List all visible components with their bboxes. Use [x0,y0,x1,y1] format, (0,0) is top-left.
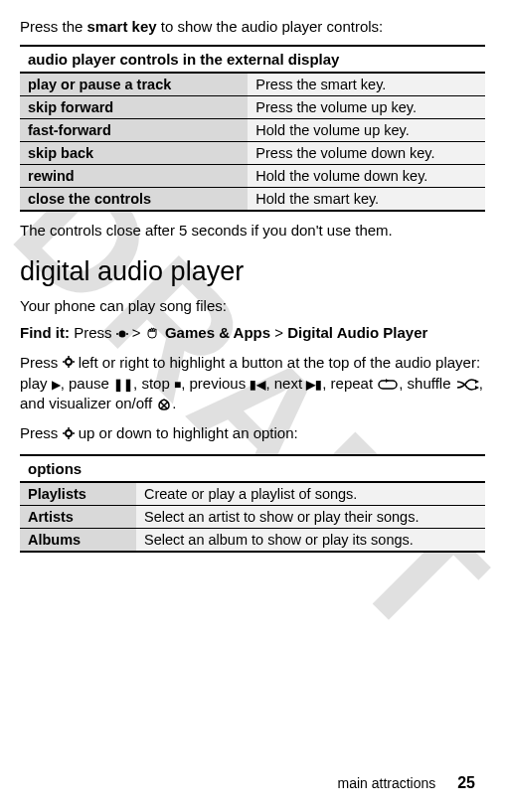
svg-marker-9 [386,379,389,383]
nav-key-icon [63,353,75,373]
options-header: options [20,455,485,482]
control-desc: Hold the volume down key. [248,165,485,188]
nav-key-icon-2 [63,424,75,444]
option-desc: Select an artist to show or play their s… [136,506,485,529]
svg-point-4 [63,361,65,363]
intro-prefix: Press the [20,18,87,35]
page-number: 25 [457,774,475,791]
option-label: Albums [20,529,136,553]
control-desc: Press the volume up key. [248,96,485,119]
control-label: play or pause a track [20,73,248,96]
pause-icon: ❚❚ [113,378,133,392]
control-desc: Hold the smart key. [248,188,485,212]
table-row: Albums Select an album to show or play i… [20,529,485,553]
svg-rect-8 [379,381,397,389]
t1: Press [20,354,63,371]
table-row: skip back Press the volume down key. [20,142,485,165]
nav-paragraph: Press left or right to highlight a butto… [20,353,485,414]
option-desc: Create or play a playlist of songs. [136,482,485,506]
table-header-row: audio player controls in the external di… [20,46,485,73]
option-label: Artists [20,506,136,529]
option-label: Playlists [20,482,136,506]
control-desc: Press the volume down key. [248,142,485,165]
find-it-line: Find it: Press > Games & Apps > Digital … [20,324,485,343]
center-key-icon [116,326,128,343]
control-label: close the controls [20,188,248,212]
page-footer: main attractions 25 [337,774,475,792]
footer-section: main attractions [337,775,435,791]
t7: , repeat [322,375,377,392]
svg-point-13 [63,432,65,434]
section-heading: digital audio player [20,256,485,287]
t8: , shuffle [399,375,454,392]
play-icon: ▶ [52,378,61,392]
table-row: skip forward Press the volume up key. [20,96,485,119]
previous-icon: ▮◀ [250,378,265,392]
t1b: Press [20,424,63,441]
shuffle-icon [455,375,479,392]
control-label: skip forward [20,96,248,119]
option-desc: Select an album to show or play its song… [136,529,485,553]
t3: , pause [61,375,113,392]
svg-point-12 [66,430,72,436]
sep1: > [128,324,145,341]
table-row: close the controls Hold the smart key. [20,188,485,212]
table-row: Playlists Create or play a playlist of s… [20,482,485,506]
control-desc: Press the smart key. [248,73,485,96]
intro-bold: smart key [87,18,157,35]
t6: , next [265,375,306,392]
find-it-press: Press [74,324,116,341]
table-row: rewind Hold the volume down key. [20,165,485,188]
control-label: rewind [20,165,248,188]
page-content: Press the smart key to show the audio pl… [20,18,485,553]
hand-icon [145,326,161,343]
t2b: up or down to highlight an option: [75,424,298,441]
control-label: skip back [20,142,248,165]
table-row: fast-forward Hold the volume up key. [20,119,485,142]
svg-point-1 [116,333,118,335]
control-label: fast-forward [20,119,248,142]
controls-table: audio player controls in the external di… [20,45,485,212]
repeat-icon [377,375,399,392]
controls-note: The controls close after 5 seconds if yo… [20,222,485,239]
t10: . [172,395,176,411]
next-icon: ▶▮ [306,378,322,392]
visualizer-icon [156,395,172,411]
control-desc: Hold the volume up key. [248,119,485,142]
svg-point-16 [68,437,70,439]
table-row: play or pause a track Press the smart ke… [20,73,485,96]
intro-line: Press the smart key to show the audio pl… [20,18,485,35]
table-header-row: options [20,455,485,482]
svg-point-15 [68,427,70,429]
nav-paragraph-2: Press up or down to highlight an option: [20,423,485,444]
t5: , previous [181,375,250,392]
options-table: options Playlists Create or play a playl… [20,454,485,553]
player-text: Digital Audio Player [287,324,427,341]
svg-point-7 [68,366,70,368]
svg-point-3 [66,359,72,365]
sep2: > [270,324,287,341]
table-row: Artists Select an artist to show or play… [20,506,485,529]
intro-suffix: to show the audio player controls: [157,18,384,35]
svg-point-6 [68,356,70,358]
games-apps-text: Games & Apps [161,324,270,341]
subline: Your phone can play song files: [20,297,485,314]
controls-header: audio player controls in the external di… [20,46,485,73]
find-it-label: Find it: [20,324,74,341]
t4: , stop [133,375,174,392]
svg-point-0 [118,330,125,337]
